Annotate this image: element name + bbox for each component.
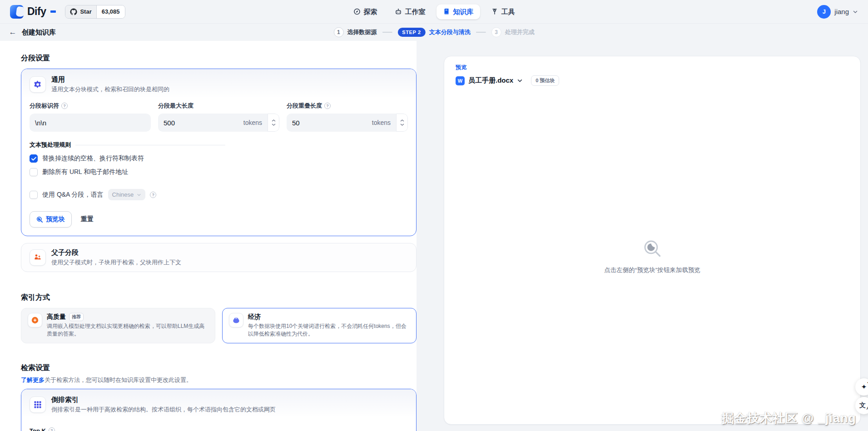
chunk-fields: 分段标识符? 分段最大长度 tokens [30, 102, 408, 132]
help-icon[interactable]: ? [49, 427, 55, 431]
delimiter-input[interactable] [35, 119, 145, 127]
qa-checkbox[interactable] [30, 191, 38, 199]
magnifier-empty-icon [642, 238, 663, 259]
document-name: 员工手册.docx [468, 76, 513, 85]
preprocess-rules-title: 文本预处理规则 [30, 141, 71, 149]
preview-panel-label: 预览 [456, 64, 849, 71]
max-length-stepper[interactable] [268, 114, 279, 132]
high-quality-title: 高质量 [47, 313, 66, 321]
grid-index-icon [34, 401, 42, 409]
watermark: 掘金技术社区 @ _jiang [722, 410, 856, 426]
delimiter-label: 分段标识符 [30, 102, 59, 110]
star-label: Star [80, 8, 91, 15]
top-nav: Dify Star 63,085 探索 工作室 知识库 工具 J jiang [0, 0, 868, 24]
rule-label: 替换掉连续的空格、换行符和制表符 [42, 154, 144, 163]
rule-remove-urls[interactable]: 删除所有 URL 和电子邮件地址 [30, 168, 408, 176]
inverted-index-desc: 倒排索引是一种用于高效检索的结构。按术语组织，每个术语指向包含它的文档或网页 [51, 406, 276, 414]
qa-language-value: Chinese [112, 191, 134, 198]
step-1-circle: 1 [333, 27, 343, 37]
help-icon[interactable]: ? [324, 103, 331, 109]
tab-explore-label: 探索 [364, 7, 377, 16]
empty-state-text: 点击左侧的“预览块”按钮来加载预览 [604, 266, 700, 274]
step-divider [476, 32, 486, 33]
docx-file-icon: W [456, 76, 465, 85]
parent-child-card[interactable]: 父子分段 使用父子模式时，子块用于检索，父块用作上下文 [21, 243, 417, 272]
magnifier-icon [36, 216, 43, 223]
chevron-down-icon [517, 78, 523, 84]
high-quality-icon-tile [28, 313, 42, 327]
stepper-down-icon [272, 124, 276, 126]
tab-tools[interactable]: 工具 [485, 4, 521, 19]
general-card-desc: 通用文本分块模式，检索和召回的块是相同的 [51, 85, 169, 94]
general-card-title: 通用 [51, 75, 169, 84]
user-name: jiang [834, 8, 849, 15]
preview-panel: 预览 W 员工手册.docx 0 预估块 点击左侧的“预览块”按钮来加载预览 [444, 56, 861, 425]
overlap-label: 分段重叠长度 [287, 102, 322, 110]
step-2-label: 文本分段与清洗 [429, 28, 471, 36]
sparkle-icon: ✦ [861, 383, 867, 391]
high-quality-card[interactable]: 高质量 推荐 调用嵌入模型处理文档以实现更精确的检索，可以帮助LLM生成高质量的… [21, 308, 215, 343]
tools-icon [491, 8, 498, 15]
back-button[interactable]: ← [6, 26, 19, 39]
stepper-up-icon [272, 119, 276, 122]
learn-more-link[interactable]: 了解更多 [21, 377, 45, 383]
chevron-down-icon [853, 9, 858, 15]
parent-child-title: 父子分段 [51, 248, 181, 257]
qa-label: 使用 Q&A 分段，语言 [42, 191, 104, 199]
translate-icon: 文A [859, 401, 868, 410]
divider [75, 145, 225, 145]
economy-card[interactable]: 经济 每个数据块使用10个关键词进行检索，不会消耗任何tokens，但会以降低检… [222, 308, 417, 343]
preview-empty-state: 点击左侧的“预览块”按钮来加载预览 [444, 238, 860, 274]
reset-button[interactable]: 重置 [81, 215, 94, 223]
knowledge-icon [443, 8, 450, 15]
tab-studio[interactable]: 工作室 [388, 4, 432, 19]
rule-replace-whitespace[interactable]: 替换掉连续的空格、换行符和制表符 [30, 154, 408, 163]
max-length-input[interactable] [164, 119, 240, 127]
stepper-down-icon [400, 124, 404, 126]
github-icon [70, 8, 77, 15]
ai-assistant-button[interactable]: ✦ [855, 378, 868, 396]
overlap-input[interactable] [292, 119, 368, 127]
dify-logo[interactable]: Dify [10, 5, 56, 19]
stepper-up-icon [400, 119, 404, 122]
tab-explore[interactable]: 探索 [347, 4, 384, 19]
economy-icon-tile [229, 313, 243, 327]
qa-language-select[interactable]: Chinese [108, 189, 146, 200]
section-title-index-method: 索引方式 [21, 293, 417, 302]
checkbox-checked[interactable] [30, 154, 38, 163]
general-chunk-card[interactable]: 通用 通用文本分块模式，检索和召回的块是相同的 分段标识符? 分段最 [21, 69, 417, 236]
github-star-widget[interactable]: Star 63,085 [65, 5, 125, 19]
top-k-label: Top K [30, 427, 46, 431]
translate-button[interactable]: 文A [855, 397, 868, 414]
inverted-index-card[interactable]: 倒排索引 倒排索引是一种用于高效检索的结构。按术语组织，每个术语指向包含它的文档… [21, 389, 417, 431]
recommended-badge: 推荐 [69, 313, 84, 321]
step-2-badge: STEP 2 [397, 28, 425, 37]
step-3-label: 处理并完成 [505, 28, 535, 36]
overlap-stepper[interactable] [396, 114, 408, 132]
retrieval-subtitle: 关于检索方法，您可以随时在知识库设置中更改此设置。 [45, 377, 192, 383]
account-menu[interactable]: J jiang [817, 5, 858, 19]
nav-tabs: 探索 工作室 知识库 工具 [347, 4, 521, 19]
gear-icon [33, 80, 42, 89]
preview-chunk-button[interactable]: 预览块 [30, 211, 72, 228]
economy-pot-icon [232, 316, 240, 324]
tab-tools-label: 工具 [501, 7, 515, 16]
settings-panel: 分段设置 通用 通用文本分块模式，检索和召回的块是相同的 分段标识符? [0, 41, 417, 431]
tab-knowledge[interactable]: 知识库 [436, 4, 480, 19]
economy-title: 经济 [248, 313, 261, 321]
tokens-unit: tokens [372, 119, 391, 126]
step-divider [382, 32, 392, 33]
high-quality-icon [31, 316, 39, 324]
economy-desc: 每个数据块使用10个关键词进行检索，不会消耗任何tokens，但会以降低检索准确… [248, 322, 410, 338]
checkbox-unchecked[interactable] [30, 168, 38, 176]
help-icon[interactable]: ? [150, 192, 156, 198]
check-icon [31, 157, 36, 161]
qa-segmentation-row[interactable]: 使用 Q&A 分段，语言 Chinese ? [30, 189, 408, 200]
help-icon[interactable]: ? [61, 103, 68, 109]
studio-icon [395, 8, 402, 15]
dify-logo-text: Dify [27, 5, 46, 18]
rule-label: 删除所有 URL 和电子邮件地址 [42, 168, 128, 176]
high-quality-desc: 调用嵌入模型处理文档以实现更精确的检索，可以帮助LLM生成高质量的答案。 [47, 322, 208, 338]
step-3: 3 处理并完成 [491, 27, 535, 37]
document-selector[interactable]: W 员工手册.docx [456, 76, 523, 85]
